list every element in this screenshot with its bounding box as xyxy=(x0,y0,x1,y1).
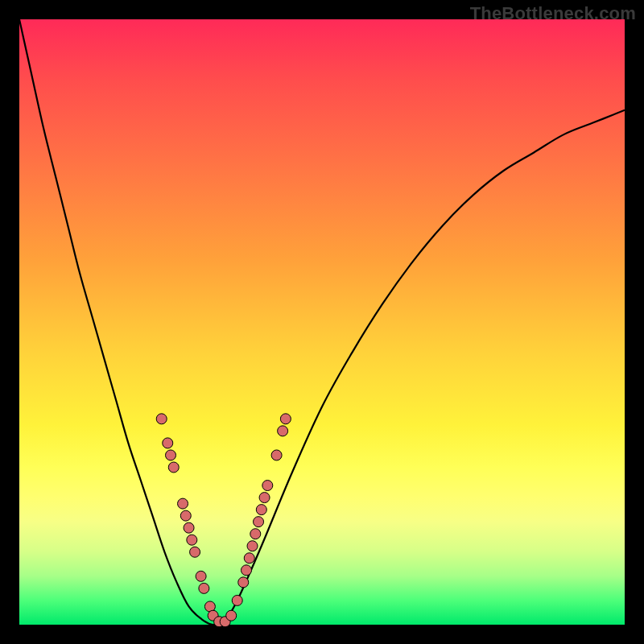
data-marker xyxy=(166,450,176,460)
data-marker xyxy=(180,510,191,521)
data-marker xyxy=(280,414,291,424)
data-marker xyxy=(254,517,264,527)
bottleneck-curve xyxy=(19,19,625,625)
data-marker xyxy=(178,498,188,509)
data-markers xyxy=(156,414,291,627)
data-marker xyxy=(199,583,209,593)
data-marker xyxy=(250,529,261,539)
data-marker xyxy=(259,493,270,503)
data-marker xyxy=(262,481,273,491)
data-marker xyxy=(196,571,206,581)
data-marker xyxy=(190,547,200,557)
plot-area xyxy=(19,19,625,625)
data-marker xyxy=(271,450,282,460)
data-marker xyxy=(256,505,266,515)
data-marker xyxy=(238,577,249,588)
data-marker xyxy=(163,438,173,448)
data-marker xyxy=(156,414,167,424)
data-marker xyxy=(247,541,258,551)
data-marker xyxy=(184,522,194,533)
data-marker xyxy=(187,535,197,545)
data-marker xyxy=(242,565,252,576)
data-marker xyxy=(232,595,242,605)
data-marker xyxy=(168,462,179,473)
data-marker xyxy=(278,426,288,436)
data-marker xyxy=(226,610,237,621)
data-marker xyxy=(244,553,254,564)
watermark-text: TheBottleneck.com xyxy=(470,3,636,24)
curve-layer xyxy=(19,19,625,625)
chart-canvas: TheBottleneck.com xyxy=(0,0,644,644)
